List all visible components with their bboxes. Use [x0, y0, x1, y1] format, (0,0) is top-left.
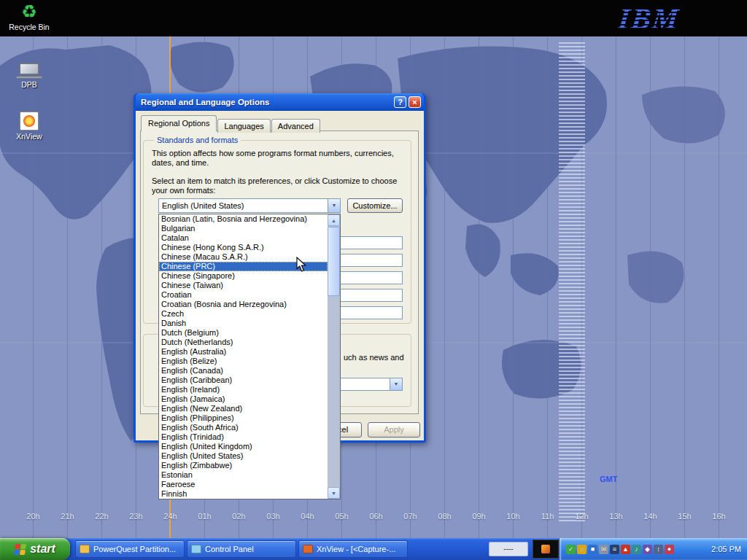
dpb-label: DPB	[9, 80, 50, 89]
desktop-icon-recycle-bin[interactable]: ♻ Recycle Bin	[9, 2, 50, 31]
dropdown-item[interactable]: Danish	[159, 319, 328, 328]
timezone-label: 16h	[702, 512, 736, 521]
taskbar-task-button[interactable]: PowerQuest Partition...	[75, 540, 185, 558]
timezone-label: 21h	[50, 512, 85, 521]
task-label: XnView - [<Capture-...	[317, 545, 395, 553]
close-button[interactable]: ×	[409, 96, 421, 108]
dropdown-item[interactable]: English (Trinidad)	[159, 432, 328, 442]
location-text-fragment: uch as news and	[344, 353, 404, 362]
timezone-label: 10h	[496, 512, 530, 521]
customize-button[interactable]: Customize...	[347, 198, 403, 213]
format-combobox-value: English (United States)	[159, 199, 328, 212]
system-tray: ✓☼■✉≡▲♪◆↕● 2:05 PM	[559, 538, 747, 560]
timezone-label: 15h	[667, 512, 702, 521]
standards-description: This option affects how some programs fo…	[152, 149, 394, 158]
xnview-icon	[20, 112, 39, 131]
taskbar: start PowerQuest Partition... Control Pa…	[0, 538, 747, 560]
tray-status-icon-diamond[interactable]: ◆	[643, 545, 652, 554]
dropdown-item[interactable]: English (Canada)	[159, 366, 328, 376]
dropdown-item[interactable]: English (South Africa)	[159, 423, 328, 432]
dropdown-item[interactable]: Estonian	[159, 470, 328, 480]
timezone-label: 14h	[633, 512, 667, 521]
dropdown-item[interactable]: English (United States)	[159, 451, 328, 461]
desktop-icon-dpb[interactable]: DPB	[9, 63, 50, 89]
tray-status-icon-green[interactable]: ✓	[566, 545, 576, 554]
help-button[interactable]: ?	[394, 96, 406, 108]
task-label: Control Panel	[205, 545, 254, 553]
xnview-icon	[303, 545, 313, 553]
laptop-icon	[16, 63, 42, 79]
taskbar-task-button[interactable]: XnView - [<Capture-...	[298, 540, 408, 558]
control-panel-icon	[191, 545, 201, 553]
dropdown-item[interactable]: English (Australia)	[159, 347, 328, 357]
tray-status-icon-alert[interactable]: ▲	[621, 545, 630, 554]
recycle-bin-icon: ♻	[9, 2, 50, 21]
gmt-label: GMT	[600, 475, 617, 483]
tray-status-icon-dot[interactable]: ●	[665, 545, 674, 554]
dialog-tab[interactable]: Languages	[217, 119, 270, 133]
timezone-label: 22h	[85, 512, 119, 521]
desktop-icon-xnview[interactable]: XnView	[9, 112, 50, 141]
desktop-screen: ♻ Recycle Bin IBM	[0, 0, 747, 560]
dialog-tab[interactable]: Regional Options	[141, 115, 217, 131]
taskbar-toolbar[interactable]: ----	[489, 542, 528, 556]
tray-status-icon-mail[interactable]: ✉	[599, 545, 608, 554]
timezone-label: 06h	[359, 512, 393, 521]
mouse-cursor	[296, 257, 307, 273]
standards-instruction-2: your own formats:	[152, 186, 215, 195]
tray-status-icon-blue[interactable]: ■	[588, 545, 597, 554]
dropdown-item[interactable]: English (Ireland)	[159, 385, 328, 394]
taskbar-spacer	[408, 538, 489, 560]
dropdown-item[interactable]: English (Caribbean)	[159, 376, 328, 385]
dropdown-item[interactable]: Finnish	[159, 489, 328, 499]
dropdown-item[interactable]: Croatian (Bosnia and Herzegovina)	[159, 300, 328, 309]
dialog-titlebar[interactable]: Regional and Language Options ? ×	[136, 93, 424, 111]
dropdown-item[interactable]: English (United Kingdom)	[159, 442, 328, 451]
timezone-label: 12h	[565, 512, 599, 521]
dropdown-item[interactable]: Bosnian (Latin, Bosnia and Herzegovina)	[159, 214, 328, 224]
dropdown-item[interactable]: English (Zimbabwe)	[159, 461, 328, 470]
dropdown-item[interactable]: English (New Zealand)	[159, 404, 328, 413]
start-button[interactable]: start	[0, 538, 70, 560]
format-combobox[interactable]: English (United States) ▼	[158, 198, 341, 213]
chevron-down-icon[interactable]: ▼	[328, 199, 340, 212]
dropdown-item[interactable]: English (Philippines)	[159, 413, 328, 423]
taskbar-widget[interactable]	[533, 540, 559, 559]
dropdown-item[interactable]: Czech	[159, 309, 328, 319]
dialog-tab[interactable]: Advanced	[271, 119, 320, 133]
chevron-down-icon[interactable]: ▼	[390, 378, 402, 390]
taskbar-clock[interactable]: 2:05 PM	[711, 545, 743, 553]
tray-status-icon-menu[interactable]: ≡	[610, 545, 619, 554]
dropdown-scrollbar[interactable]: ▲ ▼	[328, 214, 340, 499]
dropdown-item[interactable]: English (Belize)	[159, 357, 328, 366]
recycle-bin-label: Recycle Bin	[9, 23, 50, 31]
taskbar-task-button[interactable]: Control Panel	[187, 540, 296, 558]
dropdown-item[interactable]: Chinese (Taiwan)	[159, 281, 328, 290]
task-label: PowerQuest Partition...	[93, 545, 176, 553]
dropdown-item[interactable]: Faeroese	[159, 480, 328, 489]
tab-row: Regional OptionsLanguagesAdvanced	[141, 115, 321, 131]
widget-icon	[541, 545, 550, 553]
timezone-label: 11h	[530, 512, 565, 521]
tray-status-icon-audio[interactable]: ♪	[632, 545, 641, 554]
tray-status-icon-sun[interactable]: ☼	[577, 545, 587, 554]
folder-icon	[80, 545, 90, 553]
tray-status-icon-updown[interactable]: ↕	[654, 545, 663, 554]
timezone-label: 05h	[325, 512, 359, 521]
scroll-up-icon[interactable]: ▲	[328, 214, 340, 226]
standards-group-title: Standards and formats	[154, 136, 241, 144]
dropdown-item[interactable]: Dutch (Belgium)	[159, 328, 328, 338]
dropdown-item[interactable]: Dutch (Netherlands)	[159, 338, 328, 347]
dropdown-item[interactable]: Croatian	[159, 290, 328, 300]
scroll-down-icon[interactable]: ▼	[328, 487, 340, 499]
ibm-logo: IBM	[617, 1, 682, 36]
dropdown-item[interactable]: Chinese (Hong Kong S.A.R.)	[159, 243, 328, 252]
timezone-label: 03h	[256, 512, 290, 521]
timezone-label: 02h	[222, 512, 256, 521]
dropdown-item[interactable]: Catalan	[159, 233, 328, 243]
dropdown-item[interactable]: Bulgarian	[159, 224, 328, 233]
timezone-label: 20h	[16, 512, 50, 521]
dropdown-item[interactable]: English (Jamaica)	[159, 394, 328, 404]
scrollbar-thumb[interactable]	[328, 227, 340, 296]
standards-instruction: Select an item to match its preferences,…	[152, 176, 397, 186]
